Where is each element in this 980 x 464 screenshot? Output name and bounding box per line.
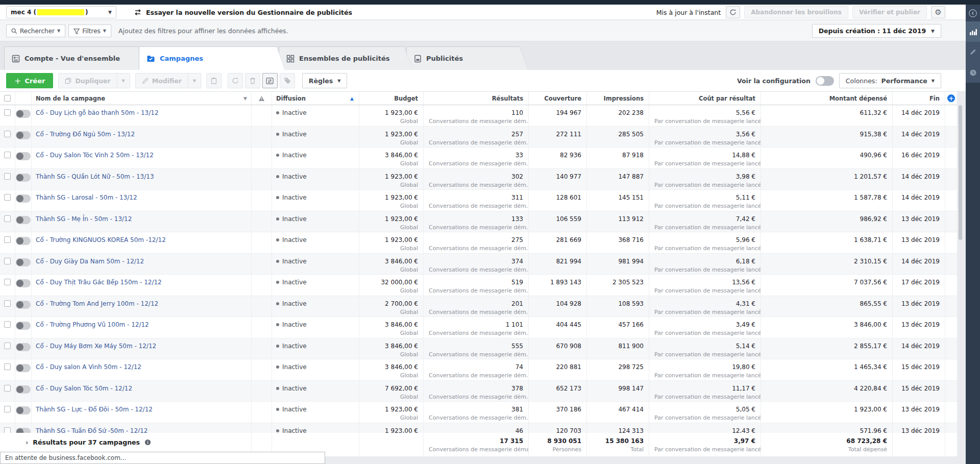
columns-selector[interactable]: Colonnes: Performance ▼ — [839, 73, 941, 88]
delete-button[interactable] — [245, 73, 260, 88]
revert-button[interactable] — [228, 73, 243, 88]
row-checkbox[interactable] — [4, 236, 11, 243]
campaign-active-toggle[interactable] — [16, 301, 31, 309]
column-header-impressions[interactable]: Impressions — [587, 92, 649, 105]
campaign-active-toggle[interactable] — [16, 216, 31, 224]
rail-charts-button[interactable] — [966, 21, 980, 42]
filters-button[interactable]: Filtres ▼ — [68, 25, 111, 37]
column-header-cost[interactable]: Coût par résultat — [649, 92, 761, 105]
row-checkbox[interactable] — [4, 131, 11, 137]
vertical-scrollbar[interactable] — [959, 105, 962, 240]
campaign-active-toggle[interactable] — [16, 131, 31, 139]
column-header-end[interactable]: Fin — [893, 92, 945, 105]
campaign-name-link[interactable]: Thành SG - Tuấn Đổ Sứ -50m - 12/12 — [32, 426, 251, 433]
campaign-active-toggle[interactable] — [16, 322, 31, 330]
campaign-name-link[interactable]: Cố - Duy Lịch gỗ bảo thanh 50m - 13/12 — [32, 108, 251, 116]
select-all-checkbox[interactable] — [4, 95, 11, 102]
campaign-name-link[interactable]: Cổ - Duy Salon Tóc 50m - 12/12 — [32, 384, 251, 392]
campaign-name-link[interactable]: Cổ - Duy Máy Bơm Xe Máy 50m - 12/12 — [32, 341, 251, 350]
duplicate-dropdown[interactable]: ▼ — [117, 73, 130, 88]
row-checkbox[interactable] — [4, 279, 11, 285]
clock-icon — [969, 69, 977, 77]
rail-history-button[interactable] — [966, 62, 980, 83]
budget-type: Global — [359, 180, 423, 188]
campaign-name-link[interactable]: Cổ - Trường Tom And Jerry 100m - 12/12 — [32, 299, 251, 307]
row-checkbox[interactable] — [4, 215, 11, 222]
campaign-active-toggle[interactable] — [16, 258, 31, 266]
campaign-active-toggle[interactable] — [16, 237, 31, 245]
campaign-name-link[interactable]: Thành SG - Larosal - 50m - 13/12 — [32, 193, 251, 201]
row-checkbox[interactable] — [4, 194, 11, 201]
campaign-active-toggle[interactable] — [16, 279, 31, 287]
clipboard-icon — [211, 77, 217, 84]
campaign-active-toggle[interactable] — [16, 428, 31, 433]
results-summary-toggle[interactable]: › Résultats pour 37 campagnes — [0, 436, 251, 446]
campaign-name-link[interactable]: Cổ - Trường Đổ Ngủ 50m - 13/12 — [32, 130, 251, 138]
add-column-button[interactable]: + — [945, 92, 957, 105]
campaign-name-link[interactable]: Thành SG - Mẹ Ỉn - 50m - 13/12 — [32, 214, 251, 223]
column-header-reach[interactable]: Couverture — [529, 92, 587, 105]
campaign-name-link[interactable]: Cổ - Duy Giày Da Nam 50m - 12/12 — [32, 257, 251, 265]
search-button[interactable]: Rechercher ▼ — [6, 25, 65, 37]
campaign-name-link[interactable]: Thành SG - QUần Lót Nữ - 50m - 13/13 — [32, 172, 251, 180]
campaign-name-link[interactable]: Cổ - Trường Phương Vũ 100m - 12/12 — [32, 320, 251, 328]
ab-test-button[interactable] — [262, 73, 278, 88]
campaign-active-toggle[interactable] — [16, 110, 31, 118]
tab-ad-sets[interactable]: Ensembles de publicités — [279, 46, 412, 70]
sort-caret-icon[interactable]: ▼ — [243, 96, 247, 101]
clipboard-button[interactable] — [206, 73, 222, 88]
campaign-name-link[interactable]: Thành SG - Lực - Đổ Đôi - 50m - 12/12 — [32, 405, 251, 413]
tab-ads[interactable]: Publicités — [406, 46, 528, 70]
column-header-spent[interactable]: Montant dépensé — [761, 92, 893, 105]
duplicate-button[interactable]: Dupliquer — [58, 73, 116, 88]
swap-arrows-icon — [134, 9, 142, 16]
account-selector[interactable]: mec 4 ( ) ▼ — [6, 6, 116, 18]
column-header-name[interactable]: Nom de la campagne ▼ — [32, 92, 252, 105]
row-checkbox[interactable] — [4, 363, 11, 370]
row-checkbox[interactable] — [4, 300, 11, 307]
campaign-name-link[interactable]: Cổ - Duy Salon Tóc Vinh 2 50m - 13/12 — [32, 151, 251, 159]
campaign-name-link[interactable]: Cổ - Duy Thịt Trâu Gác Bếp 150m - 12/12 — [32, 278, 251, 286]
review-publish-button[interactable]: Vérifier et publier — [852, 6, 927, 18]
date-range-selector[interactable]: Depuis création : 11 déc 2019 ▼ — [812, 24, 941, 38]
rail-edit-button[interactable] — [966, 42, 980, 62]
row-checkbox[interactable] — [4, 173, 11, 180]
column-header-delivery[interactable]: Diffusion ▲ — [272, 92, 359, 105]
results-summary-label: Résultats pour 37 campagnes — [33, 438, 140, 446]
collapse-rail-button[interactable] — [966, 5, 980, 21]
row-checkbox[interactable] — [4, 427, 11, 433]
column-header-budget[interactable]: Budget — [359, 92, 424, 105]
campaign-active-toggle[interactable] — [16, 194, 31, 203]
tab-account-overview[interactable]: Compte - Vue d'ensemble — [4, 46, 146, 70]
impressions-value: 457 166 — [587, 320, 649, 328]
row-checkbox[interactable] — [4, 343, 11, 349]
campaign-active-toggle[interactable] — [16, 152, 31, 160]
campaign-active-toggle[interactable] — [16, 364, 31, 372]
campaign-active-toggle[interactable] — [16, 385, 31, 394]
settings-button[interactable]: ⚙ — [931, 6, 945, 18]
row-checkbox[interactable] — [4, 152, 11, 158]
row-checkbox[interactable] — [4, 406, 11, 412]
refresh-button[interactable] — [726, 6, 740, 18]
campaign-active-toggle[interactable] — [16, 174, 31, 182]
campaign-name-link[interactable]: Cổ - Trường KINGNUOS KOREA 50m -12/12 — [32, 235, 251, 243]
campaign-active-toggle[interactable] — [16, 406, 31, 414]
campaign-name-link[interactable]: Cổ - Duy salon A Vinh 50m - 12/12 — [32, 362, 251, 371]
row-checkbox[interactable] — [4, 258, 11, 264]
column-header-results[interactable]: Résultats — [424, 92, 529, 105]
campaign-active-toggle[interactable] — [16, 343, 31, 351]
create-button[interactable]: + Créer — [6, 73, 53, 88]
row-checkbox[interactable] — [4, 321, 11, 328]
cost-type: Par conversation de messagerie lancée — [649, 265, 761, 273]
edit-dropdown[interactable]: ▼ — [188, 73, 201, 88]
tag-button[interactable] — [280, 73, 295, 88]
edit-button[interactable]: Modifier — [135, 73, 188, 88]
tab-campaigns[interactable]: Campagnes — [139, 46, 285, 70]
try-new-version-link[interactable]: Essayer la nouvelle version du Gestionna… — [134, 5, 352, 20]
budget-value: 7 692,00 € — [359, 384, 423, 392]
view-setup-toggle[interactable] — [816, 76, 834, 86]
discard-drafts-button[interactable]: Abandonner les brouillons — [744, 6, 848, 18]
rules-button[interactable]: Règles ▼ — [302, 73, 347, 88]
row-checkbox[interactable] — [4, 385, 11, 392]
row-checkbox[interactable] — [4, 109, 11, 116]
